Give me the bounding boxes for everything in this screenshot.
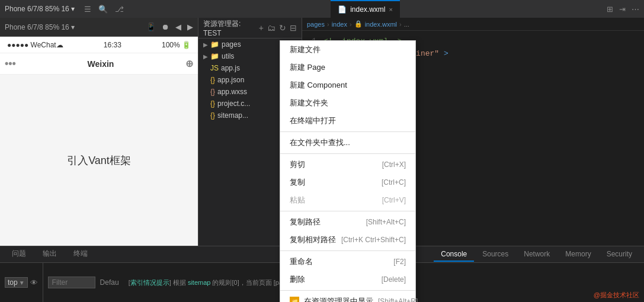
- phone-icon2[interactable]: ⏺: [162, 23, 169, 31]
- phone-toolbar-label: Phone 6/7/8 85% 16 ▾: [5, 23, 75, 31]
- ctx-new-file[interactable]: 新建文件: [280, 41, 415, 59]
- hamburger-icon[interactable]: ☰: [84, 5, 91, 14]
- layout-icon[interactable]: ⇥: [619, 5, 626, 14]
- add-folder-icon[interactable]: 🗂: [267, 23, 275, 33]
- ctx-copy-path-label: 复制路径: [290, 217, 321, 227]
- watermark: @掘金技术社区: [594, 291, 639, 300]
- split-icon[interactable]: ⊞: [607, 5, 613, 14]
- ctx-copy-path[interactable]: 复制路径 [Shift+Alt+C]: [280, 213, 415, 231]
- ctx-copy[interactable]: 复制 [Ctrl+C]: [280, 174, 415, 191]
- file-icon-appjson: {}: [210, 76, 215, 84]
- console-toolbar: top ▼ 👁: [5, 263, 43, 302]
- breadcrumb-filename[interactable]: index.wxml: [365, 21, 397, 28]
- phone-nav-title: Weixin: [88, 59, 114, 69]
- refresh-icon[interactable]: ↻: [279, 23, 286, 33]
- more-icon[interactable]: ⋯: [632, 5, 639, 14]
- ctx-rename[interactable]: 重命名 [F2]: [280, 253, 415, 271]
- ctx-new-component[interactable]: 新建 Component: [280, 76, 415, 94]
- top-label: top: [8, 278, 18, 287]
- phone-screen: ●●●●● WeChat☁ 16:33 100% 🔋 ••• Weixin ⊕ …: [0, 37, 198, 246]
- ctx-sep1: [280, 131, 415, 132]
- breadcrumb-more: ...: [404, 21, 409, 28]
- file-icon-appjs: JS: [210, 64, 219, 72]
- breadcrumb-index[interactable]: index: [332, 21, 347, 28]
- bottom-tab-output[interactable]: 输出: [36, 246, 64, 262]
- tree-label-utils: utils: [222, 52, 234, 60]
- top-dropdown-arrow: ▼: [19, 279, 25, 286]
- bottom-tab-sources[interactable]: Sources: [475, 248, 515, 262]
- tab-index-wxml[interactable]: 📄 index.wxml ×: [331, 0, 400, 18]
- add-file-icon[interactable]: +: [259, 23, 264, 33]
- ctx-copy-rel-path-label: 复制相对路径: [290, 234, 336, 245]
- editor-breadcrumb: pages › index › 🔒 index.wxml › ...: [302, 18, 644, 31]
- bottom-tab-memory[interactable]: Memory: [558, 248, 598, 262]
- ctx-cut-shortcut: [Ctrl+X]: [382, 160, 406, 169]
- bottom-tab-problems[interactable]: 问题: [5, 246, 33, 262]
- ctx-copy-path-shortcut: [Shift+Alt+C]: [366, 218, 406, 226]
- breadcrumb-pages[interactable]: pages: [307, 21, 325, 28]
- search-icon[interactable]: 🔍: [98, 5, 108, 14]
- ctx-paste-label: 粘贴: [290, 195, 305, 205]
- fork-icon[interactable]: ⎇: [115, 5, 124, 14]
- phone-content-text: 引入Vant框架: [67, 153, 131, 168]
- ctx-paste[interactable]: 粘贴 [Ctrl+V]: [280, 191, 415, 209]
- phone-label: Phone 6/7/8 85% 16 ▾: [5, 5, 75, 13]
- filter-input[interactable]: [48, 277, 95, 288]
- explorer-title: 资源管理器: TEST: [203, 19, 257, 37]
- console-message: [索引情况提示] 根据 sitemap 的规则[0]，当前页面 [pages/i…: [124, 278, 304, 287]
- phone-icon1[interactable]: 📱: [146, 23, 156, 31]
- tree-label-appjson: app.json: [217, 76, 244, 84]
- ctx-find-in-folder-label: 在文件夹中查找...: [290, 137, 350, 148]
- ctx-folder-icon: 📁: [290, 297, 299, 302]
- ctx-copy-rel-path[interactable]: 复制相对路径 [Ctrl+K Ctrl+Shift+C]: [280, 231, 415, 249]
- bottom-tab-terminal[interactable]: 终端: [66, 246, 95, 262]
- ctx-new-folder[interactable]: 新建文件夹: [280, 94, 415, 112]
- breadcrumb-sep1: ›: [327, 21, 329, 28]
- bottom-tab-network[interactable]: Network: [517, 248, 557, 262]
- ctx-sep4: [280, 250, 415, 251]
- phone-nav-bar: ••• Weixin ⊕: [0, 53, 198, 75]
- bottom-tab-console[interactable]: Console: [434, 248, 474, 262]
- tree-label-projectc: project.c...: [217, 99, 250, 108]
- ctx-rename-label: 重命名: [290, 256, 313, 267]
- phone-battery: 100% 🔋: [162, 41, 191, 49]
- file-icon-sitemap: {}: [210, 111, 215, 120]
- explorer-actions: + 🗂 ↻ ⊟: [259, 23, 297, 33]
- ctx-new-page[interactable]: 新建 Page: [280, 59, 415, 76]
- ctx-open-terminal[interactable]: 在终端中打开: [280, 112, 415, 130]
- breadcrumb-fileicon: 🔒: [354, 20, 363, 28]
- ctx-sep2: [280, 153, 415, 154]
- nav-circle-btn[interactable]: ⊕: [185, 58, 198, 69]
- phone-icon3[interactable]: ◀: [175, 23, 181, 31]
- tab-close-button[interactable]: ×: [389, 6, 393, 13]
- nav-more-dots[interactable]: •••: [0, 57, 16, 70]
- ctx-delete[interactable]: 删除 [Delete]: [280, 271, 415, 288]
- title-bar-left: Phone 6/7/8 85% 16 ▾: [5, 5, 75, 13]
- ctx-cut-label: 剪切: [290, 159, 305, 170]
- ctx-copy-shortcut: [Ctrl+C]: [382, 178, 406, 187]
- bottom-tab-security[interactable]: Security: [600, 248, 639, 262]
- phone-toolbar: Phone 6/7/8 85% 16 ▾ 📱 ⏺ ◀ ▶: [0, 18, 198, 37]
- editor-tabs: 📄 index.wxml ×: [129, 0, 602, 18]
- tree-arrow-pages: ▶: [203, 41, 208, 48]
- explorer-header: 资源管理器: TEST + 🗂 ↻ ⊟: [198, 18, 302, 38]
- file-icon-projectc: {}: [210, 99, 215, 108]
- phone-icon4[interactable]: ▶: [187, 23, 193, 31]
- ctx-new-page-label: 新建 Page: [290, 62, 325, 73]
- ctx-cut[interactable]: 剪切 [Ctrl+X]: [280, 156, 415, 174]
- ctx-show-in-explorer-shortcut: [Shift+Alt+R]: [378, 297, 418, 302]
- tab-label: index.wxml: [350, 5, 385, 14]
- console-top-select[interactable]: top ▼: [5, 277, 28, 288]
- default-label: Defau: [100, 278, 119, 287]
- collapse-icon[interactable]: ⊟: [290, 23, 297, 33]
- folder-icon-utils: 📁: [210, 52, 219, 60]
- ctx-new-file-label: 新建文件: [290, 44, 321, 55]
- ctx-rename-shortcut: [F2]: [393, 258, 406, 266]
- ctx-sep5: [280, 290, 415, 291]
- ctx-show-in-explorer[interactable]: 📁 在资源管理器中显示 [Shift+Alt+R]: [280, 293, 415, 302]
- ctx-copy-label: 复制: [290, 177, 305, 188]
- ctx-find-in-folder[interactable]: 在文件夹中查找...: [280, 134, 415, 152]
- breadcrumb-sep3: ›: [399, 21, 402, 28]
- tree-label-pages: pages: [222, 40, 241, 49]
- eye-icon[interactable]: 👁: [30, 278, 38, 287]
